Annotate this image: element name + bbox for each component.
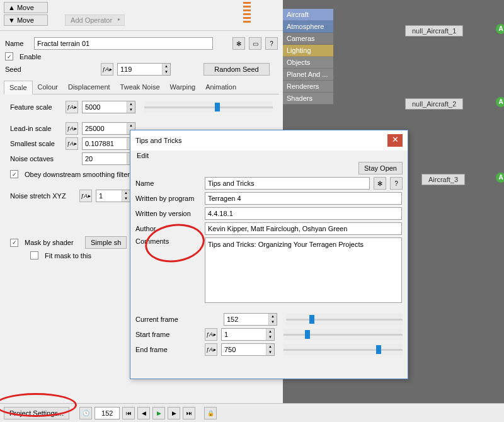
noise-stretch-label: Noise stretch XYZ	[10, 192, 76, 200]
mask-shader-button[interactable]: Simple sh	[85, 236, 127, 249]
move-up-button[interactable]: ▲ Move	[4, 2, 48, 13]
move-down-button[interactable]: ▼ Move	[4, 14, 48, 26]
name-input[interactable]	[34, 37, 213, 50]
cat-planet[interactable]: Planet And ...	[283, 69, 333, 81]
end-frame-slider[interactable]	[284, 344, 403, 355]
cat-renderers[interactable]: Renderers	[283, 81, 333, 93]
tab-animation[interactable]: Animation	[200, 81, 241, 94]
frame-input[interactable]	[94, 407, 120, 419]
func-icon[interactable]: ƒA▸	[66, 137, 78, 150]
feature-scale-slider[interactable]	[144, 101, 273, 113]
cat-atmosphere[interactable]: Atmosphere	[283, 21, 333, 33]
stay-open-button[interactable]: Stay Open	[358, 162, 403, 174]
feature-scale-label: Feature scale	[10, 103, 62, 111]
cat-lighting[interactable]: Lighting	[283, 45, 333, 57]
name-label: Name	[5, 40, 30, 47]
add-operator-button[interactable]: Add Operator	[65, 14, 125, 26]
func-icon[interactable]: ƒA▸	[66, 122, 78, 135]
node-null-aircraft-2[interactable]: null_Aircraft_2	[405, 98, 463, 110]
dlg-comments-input[interactable]: Tips and Tricks: Organizing Your Terrage…	[205, 237, 402, 303]
cat-objects[interactable]: Objects	[283, 57, 333, 69]
mask-label: Mask by shader	[25, 239, 81, 246]
current-frame-label: Current frame	[135, 316, 201, 323]
func-icon[interactable]: ƒA▸	[205, 328, 217, 341]
enable-label: Enable	[20, 53, 41, 60]
fit-mask-checkbox[interactable]	[30, 251, 38, 259]
cat-cameras[interactable]: Cameras	[283, 33, 333, 45]
help-icon[interactable]: ?	[265, 37, 278, 50]
category-list: Aircraft Atmosphere Cameras Lighting Obj…	[283, 9, 333, 105]
func-icon[interactable]: ƒA▸	[79, 190, 92, 202]
node-null-aircraft-1[interactable]: null_Aircraft_1	[405, 25, 463, 37]
clock-icon[interactable]: 🕓	[79, 407, 92, 419]
preview-icon[interactable]: ▭	[249, 37, 261, 50]
leadin-scale-input[interactable]: ▲▼	[82, 122, 135, 135]
badge-icon: A	[496, 24, 504, 34]
dialog-title: Tips and Tricks	[135, 137, 182, 144]
dlg-program-input[interactable]	[205, 192, 402, 205]
dlg-version-input[interactable]	[205, 207, 402, 220]
next-frame-icon[interactable]: ▶	[168, 407, 180, 419]
func-icon[interactable]: ƒA▸	[66, 101, 78, 113]
noise-octaves-input[interactable]: ▲▼	[82, 152, 135, 165]
dlg-author-input[interactable]	[205, 222, 402, 235]
close-icon[interactable]: ✕	[387, 134, 403, 147]
func-icon[interactable]: ƒA▸	[205, 343, 217, 356]
dlg-name-input[interactable]	[205, 177, 370, 190]
leadin-scale-label: Lead-in scale	[10, 125, 62, 132]
gear-icon[interactable]: ✻	[374, 177, 386, 190]
fit-mask-label: Fit mask to this	[45, 252, 91, 259]
end-frame-input[interactable]: ▲▼	[221, 343, 275, 356]
help-icon[interactable]: ?	[390, 177, 403, 190]
obey-checkbox[interactable]	[10, 170, 18, 178]
timeline-marker	[243, 0, 251, 23]
noise-octaves-label: Noise octaves	[10, 155, 62, 163]
start-frame-slider[interactable]	[284, 329, 403, 340]
gear-icon[interactable]: ✻	[232, 37, 245, 50]
first-frame-icon[interactable]: ⏮	[122, 407, 135, 419]
smallest-scale-input[interactable]: ▲▼	[82, 137, 135, 150]
tab-scale[interactable]: Scale	[4, 81, 33, 94]
edit-menu[interactable]: Edit	[130, 151, 155, 161]
current-frame-input[interactable]: ▲▼	[224, 313, 277, 326]
random-seed-button[interactable]: Random Seed	[203, 63, 270, 76]
seed-spin[interactable]: ▲▼	[117, 63, 171, 76]
badge-icon: A	[496, 173, 504, 183]
obey-label: Obey downstream smoothing filter	[25, 171, 130, 178]
node-aircraft-3[interactable]: Aircraft_3	[421, 174, 465, 185]
tab-tweak-noise[interactable]: Tweak Noise	[115, 81, 165, 94]
tab-warping[interactable]: Warping	[165, 81, 201, 94]
cat-shaders[interactable]: Shaders	[283, 93, 333, 105]
project-settings-button[interactable]: Project Settings...	[4, 407, 69, 419]
start-frame-label: Start frame	[135, 331, 201, 338]
badge-icon: A	[496, 97, 504, 107]
tips-dialog: Tips and Tricks ✕ Edit Stay Open Name ✻ …	[130, 130, 408, 379]
end-frame-label: End frame	[135, 346, 201, 353]
current-frame-slider[interactable]	[286, 314, 403, 325]
dlg-name-label: Name	[135, 180, 201, 187]
smallest-scale-label: Smallest scale	[10, 140, 62, 147]
dlg-author-label: Author	[135, 225, 201, 232]
noise-stretch-input[interactable]: ▲▼	[96, 190, 130, 202]
tab-bar: Scale Colour Displacement Tweak Noise Wa…	[4, 81, 279, 94]
lock-icon[interactable]: 🔒	[204, 407, 217, 419]
seed-label: Seed	[5, 66, 30, 73]
func-icon[interactable]: ƒA▸	[101, 63, 113, 76]
prev-frame-icon[interactable]: ◀	[137, 407, 150, 419]
dlg-comments-label: Comments	[135, 237, 201, 245]
mask-checkbox[interactable]	[10, 239, 18, 247]
start-frame-input[interactable]: ▲▼	[221, 328, 275, 341]
feature-scale-input[interactable]: ▲▼	[82, 101, 135, 113]
bottom-bar: Project Settings... 🕓 ⏮ ◀ ▶ ▶ ⏭ 🔒	[0, 403, 504, 422]
tab-displacement[interactable]: Displacement	[63, 81, 115, 94]
dlg-program-label: Written by program	[135, 195, 201, 202]
last-frame-icon[interactable]: ⏭	[183, 407, 195, 419]
cat-aircraft[interactable]: Aircraft	[283, 9, 333, 21]
tab-colour[interactable]: Colour	[33, 81, 63, 94]
play-icon[interactable]: ▶	[152, 407, 165, 419]
enable-checkbox[interactable]	[5, 52, 13, 60]
dlg-version-label: Written by version	[135, 210, 201, 217]
